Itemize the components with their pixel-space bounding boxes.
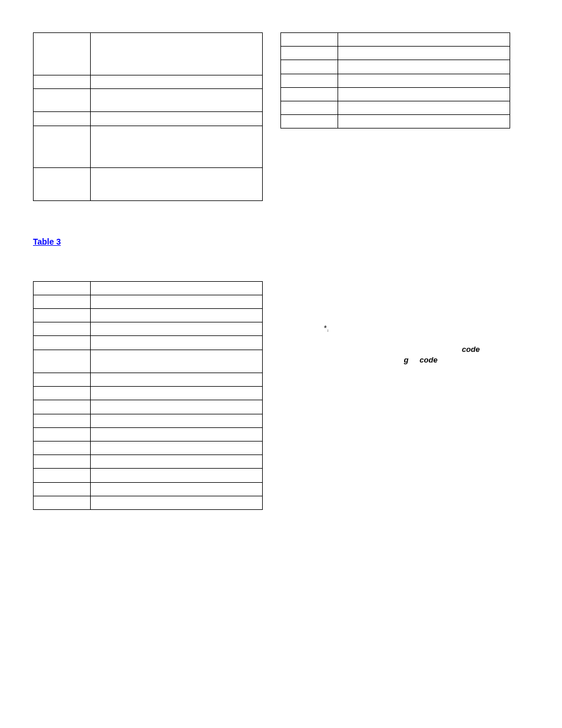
row-desc: A PM-string (length-prefixed). <box>90 455 262 469</box>
row-desc: Literal %. <box>90 281 262 295</box>
table-row: %%Literal %. <box>34 281 263 295</box>
row-desc: Pad with zeros rather than spaces. <box>338 101 510 114</box>
table-row: %XHex digits in upper case (without lead… <box>281 33 510 47</box>
row-desc: A single character. <box>90 295 262 308</box>
table3-lead-in: Table 3 describes the FormatString value… <box>33 236 263 248</box>
table-row: TIndicates the type. Either NOT_ENCRYPTE… <box>34 168 263 201</box>
row-key: N <box>34 112 91 126</box>
row-key: %d <box>34 309 91 322</box>
g-word: g <box>404 355 409 364</box>
table-row: %iSame as %d: some people just like it b… <box>34 373 263 387</box>
row-key: %z <box>281 74 338 87</box>
table-row: %fA floating-point number. <box>34 322 263 336</box>
row-key: %w <box>34 482 91 496</box>
row-desc: A string of the form 0x followed by hex … <box>90 414 262 427</box>
row-desc: Hex digits in upper case (without leadin… <box>338 33 510 47</box>
row-desc: A floating-point number. <box>90 322 262 336</box>
table-row: %yTwo-digit year. <box>281 47 510 60</box>
row-desc: A floating-point number (print the expon… <box>90 350 262 373</box>
row-desc: Indicates the key, as above. <box>90 75 262 88</box>
code-word-1: code <box>462 345 480 354</box>
table-row: %dAn integer. <box>34 309 263 322</box>
table-row: %sA C string (null-terminated). <box>34 441 263 454</box>
row-desc: A C string (null-terminated). <box>90 441 262 454</box>
row-desc: A floating-point number. <box>90 336 262 350</box>
p2b: directives described above. When a <box>280 355 404 364</box>
table-row: %GA floating-point number (print the exp… <box>34 350 263 373</box>
table-row: %zDay of month. <box>281 74 510 87</box>
row-desc: The character list: all the pm-strings l… <box>90 126 262 168</box>
row-desc: Same as %d: some people just like it bet… <box>90 373 262 387</box>
row-key: %o <box>34 400 91 414</box>
row-key: %P <box>34 427 91 441</box>
row-desc: Four-digit year. <box>338 60 510 74</box>
row-key: %G <box>34 350 91 373</box>
explainer-para-2: You can interleave ordinary format direc… <box>280 344 510 386</box>
p2a: You can interleave ordinary format direc… <box>280 345 462 354</box>
table-row: %pA string of the form 0x followed by he… <box>34 414 263 427</box>
table-3a: %%Literal %.%cA single character.%dAn in… <box>33 281 263 510</box>
row-key: %s <box>34 441 91 454</box>
table-row: %xHex digits in lower case (without lead… <box>34 496 263 509</box>
table-row: %ZDay of year. <box>281 87 510 101</box>
table-row: %-Left-justify within the field width. <box>281 115 510 129</box>
row-key: %- <box>281 115 338 129</box>
table-row: %oAn octal integer (we do not handle # c… <box>34 400 263 414</box>
row-key: %S <box>34 455 91 469</box>
table-row: LThe number of bytes in the character li… <box>34 88 263 111</box>
row-key: %i <box>34 373 91 387</box>
table-row: JIndicates the start position of each st… <box>34 33 263 75</box>
row-desc: Weekday name (from a date format code). <box>90 482 262 496</box>
row-desc: An integer. <box>90 309 262 322</box>
table-row: %mMonth name (from a date format code). <box>34 387 263 400</box>
row-key: %f <box>34 322 91 336</box>
row-key: %u <box>34 469 91 482</box>
row-key: K <box>34 75 91 88</box>
row-desc: Indicates the type. Either NOT_ENCRYPTED… <box>90 168 262 201</box>
table-row: %SA PM-string (length-prefixed). <box>34 455 263 469</box>
table-2-continued: JIndicates the start position of each st… <box>33 32 263 201</box>
row-desc: Two-digit year. <box>338 47 510 60</box>
table-row: %cA single character. <box>34 295 263 308</box>
row-key: %c <box>34 295 91 308</box>
row-desc: The number of bytes in the character lis… <box>90 88 262 111</box>
row-desc: Indicates the start position of each str… <box>90 33 262 75</box>
p2c: or <box>411 355 419 364</box>
table-row: NNumber of pm-strings, as above. <box>34 112 263 126</box>
row-key: %Z <box>281 87 338 101</box>
row-key: %X <box>281 33 338 47</box>
row-key: %x <box>34 496 91 509</box>
row-key: S <box>34 126 91 168</box>
table-row: %0Pad with zeros rather than spaces. <box>281 101 510 114</box>
row-key: %m <box>34 387 91 400</box>
row-key: T <box>34 168 91 201</box>
row-key: %0 <box>281 101 338 114</box>
table-row: SThe character list: all the pm-strings … <box>34 126 263 168</box>
row-desc: Hex digits in lower case (without leadin… <box>90 496 262 509</box>
row-key: %y <box>281 47 338 60</box>
row-key: %Y <box>281 60 338 74</box>
table-3-caption: Table 3: FormatString values <box>33 264 263 273</box>
row-key: %% <box>34 281 91 295</box>
row-desc: Day of month. <box>338 74 510 87</box>
table3-lead-in-text: describes the FormatString values. <box>61 238 181 246</box>
table-row: %wWeekday name (from a date format code)… <box>34 482 263 496</box>
row-desc: An octal integer (we do not handle # cor… <box>90 400 262 414</box>
table-row: %gA floating-point number. <box>34 336 263 350</box>
row-desc: An unsigned integer. <box>90 469 262 482</box>
row-key: %g <box>34 336 91 350</box>
explainer-para-1: Like printf, the routine understands fla… <box>280 302 510 334</box>
row-key: J <box>34 33 91 75</box>
row-desc: A string of the form 0x followed by hex … <box>90 427 262 441</box>
row-desc: Left-justify within the field width. <box>338 115 510 129</box>
row-key: %p <box>34 414 91 427</box>
code-word-2: code <box>419 355 437 364</box>
row-key: L <box>34 88 91 111</box>
table-row: %YFour-digit year. <box>281 60 510 74</box>
table-3-link[interactable]: Table 3 <box>33 237 61 246</box>
table-row: KIndicates the key, as above. <box>34 75 263 88</box>
row-desc: Month name (from a date format code). <box>90 387 262 400</box>
table-3b: %XHex digits in upper case (without lead… <box>280 32 510 129</box>
table-row: %uAn unsigned integer. <box>34 469 263 482</box>
row-desc: Number of pm-strings, as above. <box>90 112 262 126</box>
